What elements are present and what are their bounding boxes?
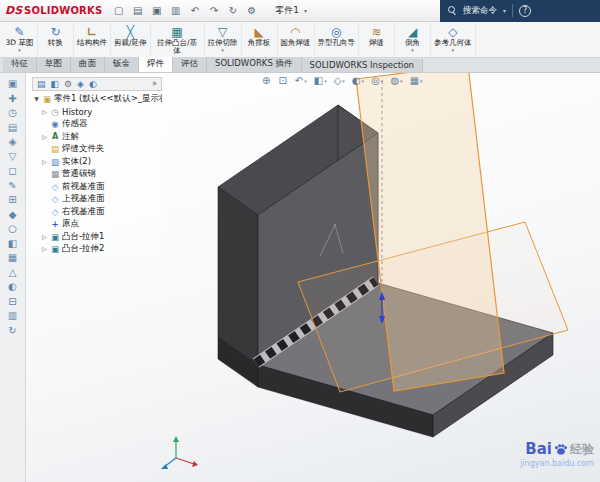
ribbon-button[interactable]: 结构构件 [74,23,111,56]
search-placeholder: 搜索命令 [463,5,497,17]
tree-item[interactable]: ▷ 实体(2) [33,156,162,169]
rebuild-icon[interactable]: ↻ [225,3,240,18]
ribbon-button[interactable]: 转换 [38,23,74,56]
featuremanager-tab-icon[interactable]: ▤ [37,80,46,89]
left-toolbar-icon[interactable]: ○ [8,224,17,234]
expand-arrow-icon[interactable]: ▷ [41,234,48,240]
model-face-wall-side[interactable] [218,187,258,365]
left-toolbar-icon[interactable]: ✎ [8,181,16,191]
command-tab[interactable]: SOLIDWORKS Inspection [302,59,423,72]
dimxpertmanager-tab-icon[interactable]: ◈ [77,80,84,89]
print-icon[interactable]: ▥ [168,3,183,18]
tree-item-label: 实体(2) [62,156,91,168]
left-toolbar-icon[interactable]: ◧ [8,239,17,249]
left-toolbar-icon[interactable]: ⊟ [8,297,16,307]
boss-extrude-icon [50,233,60,242]
hud-tool[interactable]: ⊕ [262,76,271,86]
baidu-brand-text: Bai [525,440,552,458]
left-toolbar-icon[interactable]: ▦ [8,253,17,263]
expand-arrow-icon[interactable]: ▼ [33,96,40,102]
watermark-url: jingyan.baidu.com [520,459,594,468]
hud-tool[interactable]: ◐ ▾ [352,76,364,86]
left-toolbar-icon[interactable]: ◆ [9,210,17,220]
expand-arrow-icon[interactable]: ▷ [41,159,48,165]
open-document-icon[interactable]: ▤ [130,3,145,18]
ribbon-button[interactable]: 3D 草图 ▾ [2,23,38,56]
ribbon-button[interactable]: 焊缝 [359,23,395,56]
left-toolbar-icon[interactable]: ▣ [8,79,17,89]
redo-icon[interactable]: ↷ [206,3,221,18]
configurationmanager-tab-icon[interactable]: ⚙ [64,80,72,89]
tree-item[interactable]: 上视基准面 [33,193,162,206]
tree-item[interactable]: 原点 [33,218,162,231]
document-title-caret-icon[interactable]: ▾ [304,7,307,14]
propertymanager-tab-icon[interactable]: ◧ [51,80,60,89]
hud-tool[interactable]: ⊡ [278,76,287,86]
search-caret-icon[interactable]: ▾ [503,7,506,14]
ribbon-button[interactable]: 拉伸凸台/基体 [151,23,205,56]
ribbon-button[interactable]: 角撑板 [242,23,278,56]
hud-tool[interactable]: ◍ ▾ [390,76,402,86]
ribbon-button[interactable]: 剪裁/延伸 [111,23,151,56]
tree-item-label: 前视基准面 [62,181,105,193]
undo-icon[interactable]: ↶ [187,3,202,18]
left-toolbar-icon[interactable]: ▥ [8,311,17,321]
command-search[interactable]: 搜索命令 ▾ ? [440,0,600,22]
left-toolbar-icon[interactable]: ✚ [8,94,16,104]
left-toolbar-icon[interactable]: ◐ [8,282,17,292]
view-orientation-icon: ◇ [334,76,342,86]
hud-tool[interactable]: ◧ ▾ [314,76,327,86]
tree-item[interactable]: ▷ History [33,106,162,119]
left-toolbar-icon[interactable]: ▤ [8,123,17,133]
new-document-icon[interactable]: ▢ [111,3,126,18]
ribbon-button[interactable]: 圆角焊缝 [278,23,315,56]
expand-arrow-icon[interactable]: ▷ [41,109,48,115]
expand-arrow-icon[interactable]: ▷ [41,246,48,252]
left-toolbar-icon[interactable]: △ [9,268,17,278]
command-tab[interactable]: 钣金 [105,57,139,72]
save-icon[interactable]: ▣ [149,3,164,18]
command-tab[interactable]: 草图 [37,57,71,72]
hud-tool[interactable]: ↶ ▾ [295,76,307,86]
hud-tool[interactable]: ◇ ▾ [334,76,345,86]
dropdown-arrow-icon: ▾ [381,78,384,84]
hud-tool[interactable]: ◎ ▾ [371,76,383,86]
ribbon-button[interactable]: 异型孔向导 [315,23,360,56]
panel-expand-icon[interactable]: » [152,80,157,88]
hud-tool[interactable]: ▦ ▾ [410,76,423,86]
ribbon-button-label: 焊缝 [369,39,384,48]
origin-icon [50,220,60,229]
logo-ds-icon: DS [5,4,22,17]
left-toolbar-icon[interactable]: ◷ [8,108,17,118]
ribbon-button[interactable]: 倒角 ▾ [395,23,431,56]
left-toolbar-icon[interactable]: ◈ [9,137,17,147]
left-toolbar-icon[interactable]: ◻ [8,166,16,176]
ribbon-button[interactable]: 参考几何体 ▾ [431,23,476,56]
help-icon[interactable]: ? [519,5,531,17]
command-tab[interactable]: 曲面 [71,57,105,72]
options-icon[interactable]: ⚙ [244,3,259,18]
tree-item[interactable]: 前视基准面 [33,181,162,194]
command-tab[interactable]: 特征 [3,57,37,72]
left-toolbar-icon[interactable]: ⊞ [8,195,16,205]
command-tab[interactable]: 评估 [173,57,207,72]
dropdown-arrow-icon: ▾ [18,48,21,53]
graphics-viewport[interactable]: ⊕ ⊡ ↶ ▾ ◧ ▾ ◇ [26,73,600,482]
displaymanager-tab-icon[interactable]: ◐ [89,80,97,89]
command-tab[interactable]: 焊件 [139,57,173,72]
tree-root-item[interactable]: ▼ 零件1 (默认<<默认>_显示状态 1>) [33,93,162,106]
tree-item[interactable]: ▷ 凸台-拉伸2 [33,243,162,256]
ribbon-button[interactable]: 拉伸切除 ▾ [205,23,242,56]
tree-item[interactable]: 焊缝文件夹 [33,143,162,156]
tree-item[interactable]: 普通碳钢 [33,168,162,181]
tree-item[interactable]: ▷ 凸台-拉伸1 [33,231,162,244]
left-toolbar-icon[interactable]: ▽ [9,152,17,162]
zoom-fit-icon: ⊕ [262,76,270,86]
command-tab[interactable]: SOLIDWORKS 插件 [207,57,302,72]
tree-item[interactable]: 传感器 [33,118,162,131]
tree-item[interactable]: 右视基准面 [33,206,162,219]
expand-arrow-icon[interactable]: ▷ [41,134,48,140]
left-toolbar-icon[interactable]: ↻ [8,326,16,336]
convert-icon [48,25,64,39]
tree-item[interactable]: ▷ 注解 [33,131,162,144]
